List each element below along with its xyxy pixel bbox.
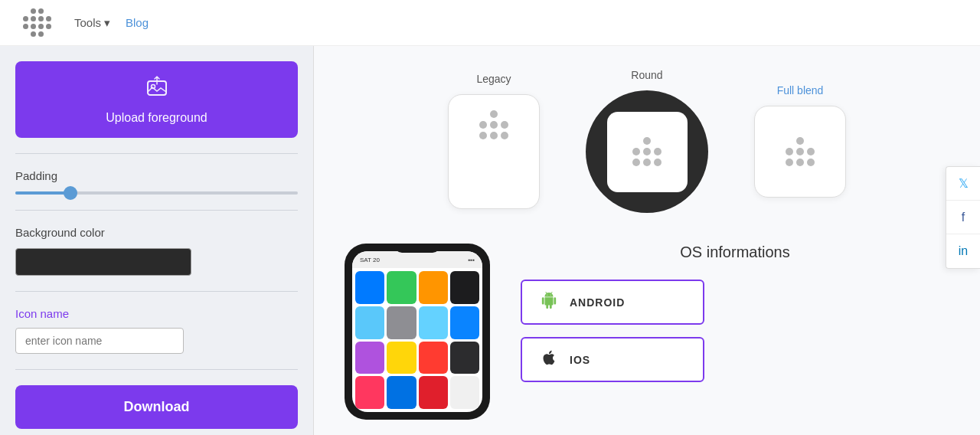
bg-color-label: Background color (15, 226, 298, 239)
legacy-label: Legacy (476, 73, 511, 85)
icon-name-label: Icon name (15, 307, 298, 320)
bg-color-section: Background color (15, 226, 298, 292)
app-icon-cell (450, 271, 479, 304)
preview-row: Legacy Round (345, 69, 949, 213)
app-icon-cell (387, 306, 416, 339)
legacy-preview-item: Legacy (448, 73, 540, 209)
app-icon-cell (419, 306, 448, 339)
social-sidebar: 𝕏 f in (946, 166, 980, 269)
app-icon-cell (387, 342, 416, 374)
phone-mockup: SAT 20 ▪▪▪ (345, 244, 490, 420)
app-icon-cell (355, 271, 384, 304)
apple-icon (541, 349, 557, 370)
main-layout: Upload foreground Padding Background col… (0, 46, 980, 435)
round-inner (607, 112, 688, 192)
legacy-preview (448, 94, 540, 209)
header: Tools ▾ Blog (0, 0, 980, 46)
ios-label: IOS (570, 354, 590, 366)
upload-section: Upload foreground (15, 61, 298, 154)
fullblend-icon (786, 137, 815, 166)
app-icon-cell (450, 376, 479, 409)
app-icon-cell (450, 342, 479, 374)
app-icon-cell (450, 306, 479, 339)
app-icon-cell (419, 342, 448, 374)
fullblend-label: Full blend (777, 84, 824, 96)
linkedin-button[interactable]: in (946, 234, 980, 268)
facebook-icon: f (962, 211, 965, 224)
round-preview-item: Round (586, 69, 708, 213)
tools-nav-item[interactable]: Tools ▾ (74, 16, 110, 30)
os-info-title: OS informations (521, 244, 949, 261)
app-icon-cell (419, 376, 448, 409)
app-icon-cell (355, 306, 384, 339)
chevron-down-icon: ▾ (104, 16, 110, 30)
android-label: ANDROID (570, 296, 625, 309)
upload-label: Upload foreground (106, 111, 207, 125)
legacy-icon (479, 110, 508, 139)
main-nav: Tools ▾ Blog (74, 16, 149, 30)
twitter-button[interactable]: 𝕏 (946, 167, 980, 201)
sidebar: Upload foreground Padding Background col… (0, 46, 314, 435)
round-label: Round (631, 69, 662, 81)
status-time: SAT 20 (360, 257, 380, 263)
download-button[interactable]: Download (15, 385, 298, 429)
upload-foreground-button[interactable]: Upload foreground (15, 61, 298, 138)
os-info-section: OS informations ANDROID IOS (521, 244, 949, 382)
blog-nav-item[interactable]: Blog (126, 16, 149, 29)
android-button[interactable]: ANDROID (521, 280, 704, 325)
round-preview (586, 90, 708, 213)
app-icon-cell (387, 376, 416, 409)
android-icon (541, 292, 557, 312)
icon-name-section: Icon name (15, 307, 298, 370)
app-icon-cell (387, 271, 416, 304)
phone-screen: SAT 20 ▪▪▪ (352, 251, 482, 412)
padding-slider[interactable] (15, 191, 298, 195)
upload-icon (145, 75, 169, 105)
main-content: Legacy Round (314, 46, 980, 435)
app-icon-cell (419, 271, 448, 304)
color-swatch[interactable] (15, 248, 191, 276)
app-grid (352, 268, 482, 412)
facebook-button[interactable]: f (946, 201, 980, 234)
twitter-icon: 𝕏 (959, 176, 969, 191)
bottom-row: SAT 20 ▪▪▪ (345, 244, 949, 420)
fullblend-preview (754, 106, 846, 198)
icon-name-input[interactable] (15, 328, 184, 354)
phone-status-bar: SAT 20 ▪▪▪ (352, 251, 482, 268)
linkedin-icon: in (959, 244, 968, 258)
logo (23, 8, 51, 37)
fullblend-preview-item: Full blend (754, 84, 846, 198)
ios-button[interactable]: IOS (521, 337, 704, 382)
status-icons: ▪▪▪ (468, 257, 475, 263)
round-icon (632, 137, 662, 166)
app-icon-cell (355, 376, 384, 409)
padding-label: Padding (15, 169, 298, 182)
app-icon-cell (355, 342, 384, 374)
phone-notch (394, 244, 440, 253)
padding-section: Padding (15, 169, 298, 211)
